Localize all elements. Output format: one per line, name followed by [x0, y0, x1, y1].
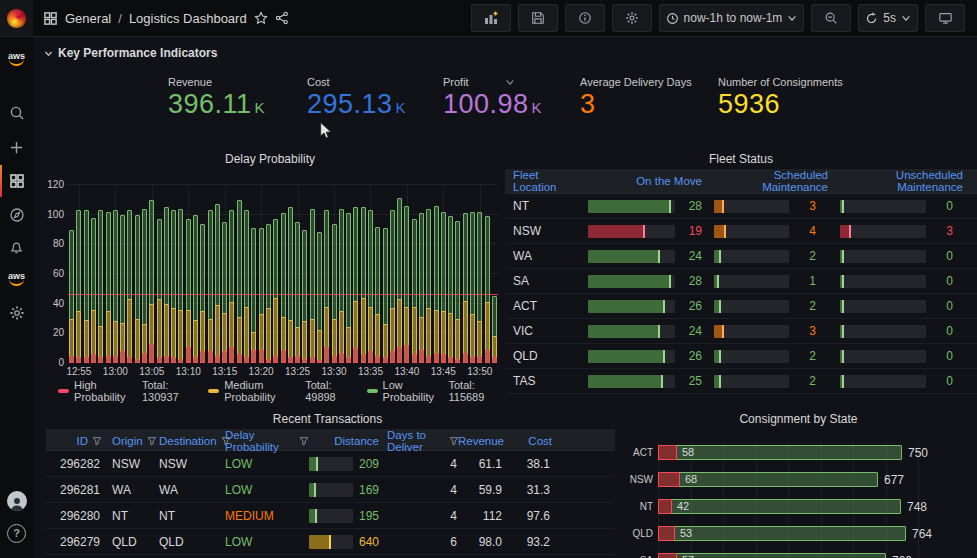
- sidebar-item-create[interactable]: [0, 133, 33, 161]
- dashboard-settings-button[interactable]: [612, 4, 652, 32]
- category-label: NT: [620, 501, 658, 512]
- filter-icon[interactable]: [92, 436, 102, 446]
- gauge-fill: [714, 200, 724, 213]
- column-header-origin[interactable]: Origin: [110, 435, 157, 447]
- value-label-total: 677: [884, 473, 904, 487]
- bar-row: ACT58750: [620, 444, 977, 460]
- time-range-label: now-1h to now-1m: [684, 11, 783, 25]
- aws-logo[interactable]: aws: [0, 45, 33, 73]
- sidebar-item-dashboards[interactable]: [0, 167, 33, 195]
- share-icon[interactable]: [275, 11, 289, 25]
- chevron-down-icon: [44, 49, 53, 58]
- column-header-revenue[interactable]: Revenue: [467, 435, 512, 447]
- bar-high-probability: [76, 357, 81, 363]
- gauge-value: 24: [682, 249, 702, 263]
- filter-icon[interactable]: [299, 436, 309, 446]
- save-button[interactable]: [518, 4, 558, 32]
- gauge-fill: [840, 325, 844, 338]
- gauge-track: [309, 457, 353, 471]
- sidebar-item-alerting[interactable]: [0, 233, 33, 261]
- legend-item[interactable]: Low ProbabilityTotal: 115689: [367, 379, 500, 403]
- panel-title[interactable]: Delay Probability: [40, 145, 500, 169]
- bar-high-probability: [171, 357, 176, 363]
- gauge-track: [840, 325, 926, 338]
- bar-high-probability: [69, 356, 74, 363]
- user-avatar[interactable]: [0, 487, 33, 515]
- time-range-picker[interactable]: now-1h to now-1m: [659, 4, 805, 32]
- bar-medium-probability: [178, 310, 183, 363]
- sidebar-item-explore[interactable]: [0, 201, 33, 229]
- table-row: 296280NTNTMEDIUM195411297.6: [46, 503, 615, 529]
- gauge-fill: [588, 250, 660, 263]
- cell: 112: [467, 509, 512, 523]
- sidebar-item-configuration[interactable]: [0, 299, 33, 327]
- column-header-unscheduled-maintenance[interactable]: Unscheduled Maintenance: [836, 169, 977, 193]
- column-header-destination[interactable]: Destination: [157, 435, 223, 447]
- column-header-days-to-deliver[interactable]: Days to Deliver: [387, 429, 467, 453]
- bar-high-probability: [390, 351, 395, 363]
- column-header-fleet-location[interactable]: Fleet Location: [505, 169, 584, 193]
- column-header-scheduled-maintenance[interactable]: Scheduled Maintenance: [710, 169, 836, 193]
- bar-high-probability: [485, 350, 490, 363]
- sidebar-item-aws[interactable]: aws: [0, 265, 33, 293]
- bar-high-probability: [120, 351, 125, 363]
- legend-item[interactable]: High ProbabilityTotal: 130937: [58, 379, 194, 403]
- stat-value: 3: [580, 89, 692, 119]
- value-label-delayed: 42: [677, 500, 689, 512]
- fleet-location: NT: [505, 199, 584, 213]
- distance-cell: 169: [309, 483, 387, 497]
- panel-menu-caret[interactable]: [505, 76, 515, 90]
- gauge-fill: [840, 200, 844, 213]
- gauge-track: [714, 350, 789, 363]
- table-row: 296279QLDQLDLOW640698.093.2: [46, 529, 615, 555]
- refresh-picker[interactable]: 5s: [858, 4, 918, 32]
- gauge-fill: [714, 375, 721, 388]
- apps-grid-icon: [43, 11, 58, 26]
- gauge-value: 28: [682, 274, 702, 288]
- column-header-delay-probability[interactable]: Delay Probability: [223, 429, 309, 453]
- value-label-delayed: 57: [682, 554, 694, 558]
- column-header-on-the-move[interactable]: On the Move: [584, 175, 710, 187]
- grafana-logo[interactable]: [0, 0, 33, 36]
- fleet-location: QLD: [505, 349, 584, 363]
- gauge-cell: 0: [836, 274, 977, 288]
- panel-title[interactable]: Recent Transactions: [40, 405, 615, 429]
- column-header-distance[interactable]: Distance: [309, 435, 387, 447]
- legend-label: Medium Probability: [224, 379, 298, 403]
- gauge-fill: [840, 225, 851, 238]
- add-panel-button[interactable]: [471, 4, 511, 32]
- help-icon[interactable]: ?: [0, 519, 33, 547]
- bar-high-probability: [426, 356, 431, 363]
- breadcrumb-section[interactable]: General: [65, 11, 111, 26]
- gauge-fill: [714, 300, 721, 313]
- panel-title[interactable]: Fleet Status: [505, 145, 977, 169]
- panel-title[interactable]: Consignment by State: [620, 405, 977, 429]
- gauge-track: [714, 225, 789, 238]
- dashboard-title[interactable]: Logistics Dashboard: [129, 11, 247, 26]
- legend-swatch: [208, 389, 219, 393]
- legend-item[interactable]: Medium ProbabilityTotal: 49898: [208, 379, 352, 403]
- gauge-cell: 3: [710, 199, 836, 213]
- star-icon[interactable]: [254, 11, 268, 25]
- sidebar: aws aws ?: [0, 37, 33, 558]
- bar-high-probability: [281, 350, 286, 363]
- filter-icon[interactable]: [147, 436, 157, 446]
- bar-delayed: [658, 445, 677, 460]
- column-header-id[interactable]: ID: [46, 435, 110, 447]
- gauge-track: [309, 483, 353, 497]
- kiosk-mode-button[interactable]: [925, 4, 965, 32]
- category-label: SA: [620, 555, 658, 558]
- cell: 296282: [46, 457, 110, 471]
- gauge-cell: 2: [710, 349, 836, 363]
- gauge-fill: [588, 225, 645, 238]
- legend-label: High Probability: [74, 379, 135, 403]
- gauge-fill: [309, 509, 317, 523]
- info-button[interactable]: [565, 4, 605, 32]
- sidebar-item-search[interactable]: [0, 99, 33, 127]
- zoom-out-button[interactable]: [811, 4, 851, 32]
- column-header-cost[interactable]: Cost: [512, 435, 560, 447]
- row-toggle-kpi[interactable]: Key Performance Indicators: [44, 46, 217, 60]
- gauge-value: 0: [933, 374, 953, 388]
- gauge-track: [588, 325, 675, 338]
- bar-high-probability: [157, 357, 162, 363]
